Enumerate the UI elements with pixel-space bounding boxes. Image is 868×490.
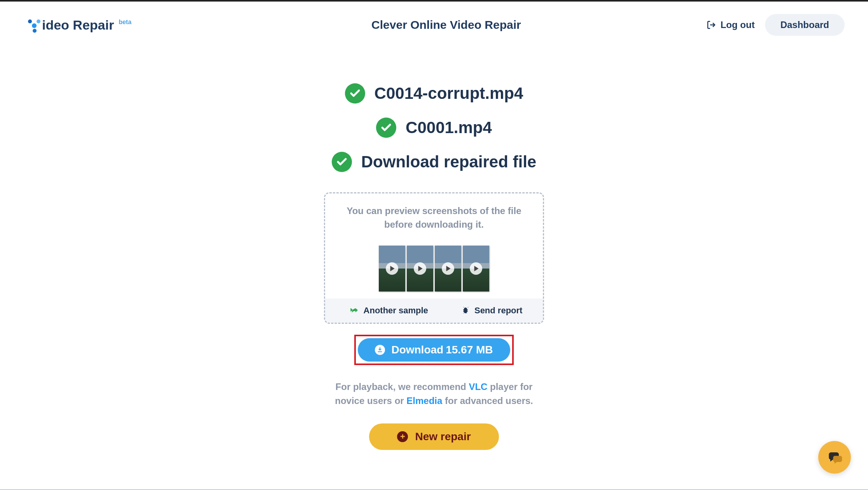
preview-thumbnails bbox=[341, 246, 527, 292]
thumbnail[interactable] bbox=[435, 246, 461, 292]
main-content: C0014-corrupt.mp4 C0001.mp4 Download rep… bbox=[0, 48, 868, 450]
download-highlight: Download 15.67 MB bbox=[354, 335, 513, 365]
share-arrow-icon bbox=[350, 306, 359, 315]
chat-icon bbox=[826, 449, 843, 466]
thumbnail[interactable] bbox=[463, 246, 489, 292]
chat-fab[interactable] bbox=[818, 441, 851, 474]
preview-footer: Another sample Send report bbox=[325, 299, 543, 323]
logout-label: Log out bbox=[721, 19, 755, 30]
bug-icon bbox=[461, 306, 470, 315]
preview-text: You can preview screenshots of the file … bbox=[341, 204, 527, 232]
plus-icon: + bbox=[397, 431, 408, 442]
elmedia-link[interactable]: Elmedia bbox=[406, 395, 442, 406]
thumbnail[interactable] bbox=[379, 246, 405, 292]
send-report-label: Send report bbox=[474, 306, 522, 316]
check-icon bbox=[345, 83, 365, 104]
vlc-link[interactable]: VLC bbox=[469, 381, 487, 392]
sample-file-name: C0001.mp4 bbox=[406, 118, 492, 137]
download-icon bbox=[375, 345, 385, 355]
logout-button[interactable]: Log out bbox=[707, 19, 755, 30]
check-icon bbox=[332, 152, 352, 172]
playback-recommendation: For playback, we recommend VLC player fo… bbox=[325, 380, 543, 408]
logo-text: ideo Repair bbox=[42, 18, 114, 33]
dashboard-button[interactable]: Dashboard bbox=[765, 14, 845, 36]
new-repair-label: New repair bbox=[415, 430, 471, 443]
step-sample-file: C0001.mp4 bbox=[376, 118, 492, 138]
logo-v-icon bbox=[27, 17, 43, 33]
check-icon bbox=[376, 118, 396, 138]
logout-icon bbox=[707, 20, 716, 30]
another-sample-button[interactable]: Another sample bbox=[346, 306, 428, 316]
logo-beta-badge: beta bbox=[119, 19, 131, 26]
preview-card: You can preview screenshots of the file … bbox=[324, 192, 544, 324]
another-sample-label: Another sample bbox=[364, 306, 428, 316]
step-download: Download repaired file bbox=[332, 152, 536, 172]
download-button[interactable]: Download 15.67 MB bbox=[358, 338, 510, 362]
preview-body: You can preview screenshots of the file … bbox=[325, 193, 543, 299]
send-report-button[interactable]: Send report bbox=[461, 306, 522, 316]
header: ideo Repair beta Clever Online Video Rep… bbox=[0, 2, 868, 48]
reco-text: for advanced users. bbox=[442, 395, 533, 406]
broken-file-name: C0014-corrupt.mp4 bbox=[374, 84, 523, 103]
dashboard-label: Dashboard bbox=[780, 19, 829, 30]
thumbnail[interactable] bbox=[407, 246, 433, 292]
new-repair-button[interactable]: + New repair bbox=[369, 423, 499, 450]
download-label-prefix: Download bbox=[391, 344, 443, 356]
download-file-size: 15.67 MB bbox=[446, 344, 493, 356]
step-broken-file: C0014-corrupt.mp4 bbox=[345, 83, 523, 104]
download-step-label: Download repaired file bbox=[361, 153, 536, 171]
reco-text: For playback, we recommend bbox=[336, 381, 469, 392]
logo[interactable]: ideo Repair beta bbox=[27, 17, 131, 33]
page-title: Clever Online Video Repair bbox=[186, 18, 707, 32]
header-actions: Log out Dashboard bbox=[707, 14, 845, 36]
